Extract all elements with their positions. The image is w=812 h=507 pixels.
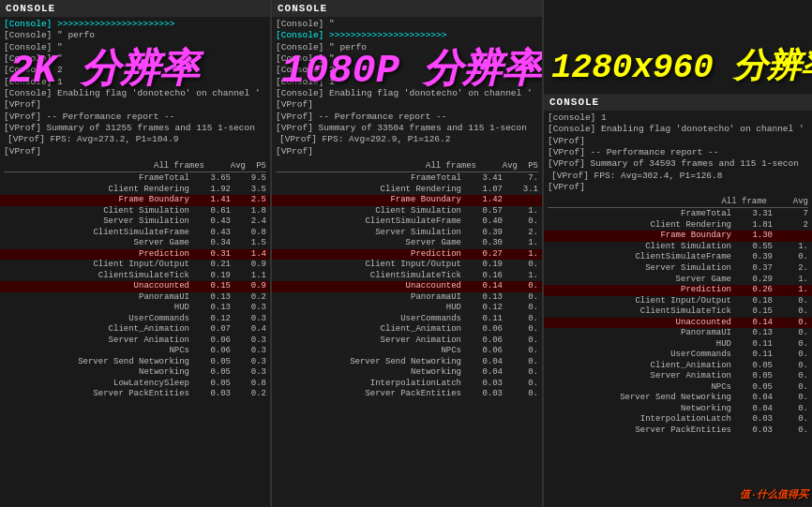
log-line: [Console] " perfo [4,30,266,41]
vprof-row-server-game: Server Game 0.34 1.5 [0,238,270,249]
log-line: [Console] 1 [4,77,266,88]
panel-1280x960: 1280x960 分辨率 CONSOLE [console] 1 [Consol… [544,0,812,507]
vprof-row-frametotal: FrameTotal 3.65 9.5 [0,173,270,185]
log-line: [Console] >>>>>>>>>>>>>>>>>>>>>> [4,19,266,30]
log-line: [VProf] [276,99,538,111]
vprof-row-client-anim-3: Client_Animation 0.05 0. [544,361,812,372]
vprof-row-client-io-3: Client Input/Output 0.18 0. [544,296,812,307]
fps-line-3: [VProf] FPS: Avg=302.4, P1=126.8 [548,171,808,182]
log-line: [VProf] -- Performance report -- [276,112,538,123]
divider [548,207,808,208]
vprof-row-client-sim-3: Client Simulation 0.55 1. [544,242,812,253]
vprof-row-unaccounted: Unaccounted 0.15 0.9 [0,281,270,292]
vprof-row-client-rendering: Client Rendering 1.92 3.5 [0,185,270,196]
log-line: [Console] " [276,19,538,30]
log-line: [console] 1 [548,112,808,124]
divider [4,171,266,172]
log-line: [VProf] [4,99,266,111]
vprof-row-client-rendering-3: Client Rendering 1.81 2 [544,220,812,231]
log-line: [VProf] Summary of 31255 frames and 115 … [4,123,266,134]
vprof-row-unaccounted-2: Unaccounted 0.14 0. [272,281,542,292]
vprof-row-server-anim: Server Animation 0.06 0.3 [0,336,270,347]
log-line: [VProf] [4,146,266,157]
divider [276,171,538,172]
vprof-row-npcs-2: NPCs 0.06 0. [272,346,542,357]
vprof-row-usercommands-3: UserCommands 0.11 0. [544,350,812,361]
log-line: [Console] 1 [276,77,538,88]
vprof-row-interp-2: InterpolationLatch 0.03 0. [272,379,542,390]
fps-line: [VProf] FPS: Avg=273.2, P1=104.9 [4,134,266,145]
vprof-row-clientsimframe-2: ClientSimulateFrame 0.40 0. [272,216,542,228]
log-line: [VProf] [276,146,538,157]
log-line: [Console] Enabling flag 'donotecho' on c… [4,88,266,99]
log-line: [Console] " [4,53,266,65]
vprof-row-usercommands: UserCommands 0.12 0.3 [0,314,270,325]
log-line: [Console] " [276,53,538,65]
vprof-header-1: All frames Avg P5 [0,161,270,171]
vprof-row-server-net: Server Send Networking 0.05 0.3 [0,357,270,368]
vprof-row-frametotal-3: FrameTotal 3.31 7 [544,209,812,220]
vprof-row-networking-3: Networking 0.04 0. [544,404,812,415]
vprof-row-prediction-3: Prediction 0.26 1. [544,285,812,296]
vprof-row-packentities-3: Server PackEntities 0.03 0. [544,425,812,437]
vprof-row-frame-boundary-2: Frame Boundary 1.42 [272,195,542,206]
vprof-row-panorama: PanoramaUI 0.13 0.2 [0,292,270,304]
log-line: [VProf] [548,136,808,147]
vprof-row-networking: Networking 0.05 0.3 [0,367,270,379]
vprof-row-client-sim: Client Simulation 0.61 1.8 [0,206,270,217]
log-line: [Console] 2 [4,65,266,76]
log-line: [Console] Enabling flag 'donotecho' on c… [548,124,808,135]
log-line: [VProf] Summary of 34593 frames and 115 … [548,158,808,170]
vprof-row-hud: HUD 0.13 0.3 [0,303,270,314]
vprof-row-panorama-3: PanoramaUI 0.13 0. [544,328,812,339]
resolution-label-3: 1280x960 分辨率 [551,52,812,85]
vprof-row-server-net-3: Server Send Networking 0.04 0. [544,393,812,404]
console-log-3: [console] 1 [Console] Enabling flag 'don… [544,111,812,195]
vprof-row-client-io: Client Input/Output 0.21 0.9 [0,260,270,271]
vprof-row-clientsimframe-3: ClientSimulateFrame 0.39 0. [544,252,812,263]
console-header-2: CONSOLE [272,0,542,17]
vprof-row-frame-boundary-3: Frame Boundary 1.30 [544,231,812,242]
vprof-header-2: All frames Avg P5 [272,161,542,171]
vprof-row-server-anim-2: Server Animation 0.06 0. [272,336,542,347]
vprof-row-clientsimtick: ClientSimulateTick 0.19 1.1 [0,271,270,282]
log-line: [VProf] -- Performance report -- [548,147,808,158]
fps-line-2: [VProf] FPS: Avg=292.9, P1=126.2 [276,134,538,145]
console-header-3: CONSOLE [544,94,812,111]
console-log-1: [Console] >>>>>>>>>>>>>>>>>>>>>> [Consol… [0,17,270,159]
vprof-row-packentities-2: Server PackEntities 0.03 0. [272,389,542,400]
vprof-row-server-anim-3: Server Animation 0.05 0. [544,371,812,382]
log-line: [Console] >>>>>>>>>>>>>>>>>>>>>> [276,30,538,41]
vprof-row-hud-2: HUD 0.12 0. [272,303,542,314]
console-log-2: [Console] " [Console] >>>>>>>>>>>>>>>>>>… [272,17,542,159]
vprof-row-npcs: NPCs 0.06 0.3 [0,346,270,357]
log-line: [Console] " [4,42,266,53]
watermark: 值·什么值得买 [740,487,808,501]
vprof-row-panorama-2: PanoramaUI 0.13 0. [272,292,542,304]
log-line: [VProf] Summary of 33504 frames and 115 … [276,123,538,134]
vprof-row-sleep: LowLatencySleep 0.05 0.8 [0,379,270,390]
vprof-row-clientsimframe: ClientSimulateFrame 0.43 0.8 [0,228,270,239]
vprof-row-prediction-2: Prediction 0.27 1. [272,249,542,261]
vprof-row-networking-2: Networking 0.04 0. [272,367,542,379]
log-line: [Console] Enabling flag 'donotecho' on c… [276,88,538,99]
vprof-header-3: All frame Avg [544,197,812,206]
vprof-row-server-net-2: Server Send Networking 0.04 0. [272,357,542,368]
vprof-row-packentities: Server PackEntities 0.03 0.2 [0,389,270,400]
vprof-row-server-game-3: Server Game 0.29 1. [544,275,812,286]
log-line: [VProf] [548,182,808,193]
console-header-1: CONSOLE [0,0,270,17]
vprof-row-clientsimtick-2: ClientSimulateTick 0.16 1. [272,271,542,282]
log-line: [Console] " perfo [276,42,538,53]
vprof-row-clientsimtick-3: ClientSimulateTick 0.15 0. [544,306,812,318]
vprof-row-client-anim: Client_Animation 0.07 0.4 [0,324,270,336]
vprof-row-client-io-2: Client Input/Output 0.19 0. [272,260,542,271]
vprof-row-client-sim-2: Client Simulation 0.57 1. [272,206,542,217]
log-line: [VProf] -- Performance report -- [4,112,266,123]
log-line: [Console] 2 [276,65,538,76]
vprof-row-usercommands-2: UserCommands 0.11 0. [272,314,542,325]
vprof-row-server-sim-3: Server Simulation 0.37 2. [544,263,812,275]
panel-2k: CONSOLE [Console] >>>>>>>>>>>>>>>>>>>>>>… [0,0,272,507]
vprof-row-client-rendering-2: Client Rendering 1.07 3.1 [272,185,542,196]
panel-1080p: CONSOLE [Console] " [Console] >>>>>>>>>>… [272,0,544,507]
